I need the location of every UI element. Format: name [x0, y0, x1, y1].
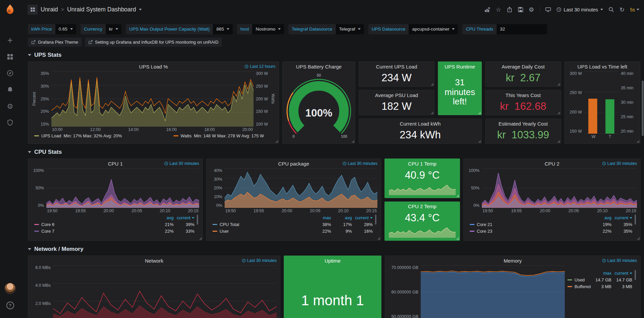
variable-host: host Nostromo: [237, 24, 284, 34]
clock-icon: [242, 259, 246, 263]
user-avatar[interactable]: [4, 283, 16, 294]
panel-ups-load: UPS Load % Last 12 hours Percent 35%30%2…: [28, 61, 279, 144]
legend-row[interactable]: User22%9%16%: [213, 228, 373, 234]
caret-down-icon: [227, 28, 229, 30]
create-icon[interactable]: +: [6, 37, 14, 44]
panel-estimated-yearly-cost: Estimated Yearly Cost kr 1033.99: [485, 119, 561, 144]
breadcrumb-separator: >: [61, 7, 64, 13]
chart-plot[interactable]: [53, 265, 277, 318]
dashboard-link[interactable]: Setting up Grafana and InfluxDB for UPS …: [85, 38, 222, 47]
resize-handle[interactable]: [351, 140, 354, 143]
dashboard-link[interactable]: Grafana Plex Theme: [28, 38, 82, 47]
legend-row[interactable]: Buffered3 MB3 MB: [567, 283, 632, 290]
admin-shield-icon[interactable]: [6, 119, 14, 126]
resize-handle[interactable]: [430, 111, 433, 114]
chevron-down-icon[interactable]: [139, 9, 142, 10]
share-button[interactable]: [507, 7, 512, 12]
dashboards-icon[interactable]: [6, 53, 14, 60]
configuration-gear-icon[interactable]: ⚙: [6, 102, 14, 110]
resize-handle[interactable]: [557, 140, 560, 143]
y-axis-left: 35%30%25%20%15%: [37, 71, 51, 127]
chart-plot[interactable]: [421, 265, 565, 318]
legend-scrollbar[interactable]: [197, 215, 198, 225]
chart-plot[interactable]: [482, 168, 637, 208]
alerting-bell-icon[interactable]: [6, 86, 14, 93]
section-ups-stats[interactable]: UPS Stats: [28, 47, 641, 61]
y-axis-left: 300 W250 W200 W150 W: [568, 71, 584, 134]
y-axis-title-right: Watts: [270, 71, 275, 127]
resize-handle[interactable]: [199, 237, 202, 240]
resize-handle[interactable]: [456, 194, 459, 197]
resize-handle[interactable]: [456, 237, 459, 240]
legend-item[interactable]: UPS LoadMin: 17% Max: 32% Avg: 20%: [34, 133, 122, 138]
legend-header: maxavgcurrent: [213, 214, 373, 221]
refresh-button[interactable]: ↻: [619, 7, 625, 13]
y-axis-left: 6.0 MBs4.0 MBs2.0 MBs: [32, 265, 53, 318]
resize-handle[interactable]: [478, 111, 481, 114]
panel-cpu-package: CPU package Last 30 minutes 40%30%20%10%…: [206, 158, 381, 241]
panel-cpu1-temp: CPU 1 Temp 40.9 °C: [384, 158, 460, 198]
cpu-threads-input[interactable]: [497, 24, 547, 34]
legend-row[interactable]: CPU Total38%17%28%: [213, 221, 373, 228]
chart-plot[interactable]: [584, 71, 618, 134]
legend-item[interactable]: WattsMin: 148 W Max: 278 W Avg: 175 W: [174, 133, 264, 138]
section-cpu-stats[interactable]: CPU Stats: [28, 144, 641, 158]
zoom-out-button[interactable]: [608, 7, 614, 12]
stat-value: 43.4 °C: [388, 211, 456, 225]
chart-plot[interactable]: [46, 168, 199, 208]
legend-row[interactable]: Core 2322%35%: [470, 228, 632, 234]
resize-handle[interactable]: [557, 111, 560, 114]
panel-uptime: Uptime 1 month 1: [284, 256, 381, 318]
refresh-interval-dropdown[interactable]: 5s: [630, 7, 639, 12]
chart-plot[interactable]: [225, 168, 377, 208]
resize-handle[interactable]: [637, 237, 640, 240]
chevron-down-icon: [28, 248, 31, 250]
variable-value-dropdown[interactable]: Telegraf: [336, 24, 364, 34]
clock-icon: [602, 162, 606, 166]
variable-value-dropdown[interactable]: kr: [106, 24, 122, 34]
dashboard-settings-button[interactable]: ⚙: [529, 7, 534, 13]
explore-compass-icon[interactable]: [6, 70, 14, 77]
breadcrumb-app[interactable]: Unraid: [41, 6, 58, 13]
ups-stat-grid: Current UPS Load 234 W UPS Runtime 31 mi…: [359, 61, 482, 144]
variable-value-dropdown[interactable]: apcupsd-container: [409, 24, 458, 34]
resize-handle[interactable]: [377, 237, 380, 240]
legend-row[interactable]: Core 722%33%: [34, 228, 194, 234]
variable-value-dropdown[interactable]: 0.65: [55, 24, 76, 34]
ups-stats-row: UPS Load % Last 12 hours Percent 35%30%2…: [28, 61, 641, 144]
tv-mode-button[interactable]: [545, 7, 551, 12]
legend-table: avgcurrent Core 2119%35% Core 2322%35%: [467, 213, 637, 234]
page-scrollbar[interactable]: [642, 81, 644, 136]
star-button[interactable]: ☆: [496, 7, 501, 13]
variable-value-dropdown[interactable]: Nostromo: [252, 24, 284, 34]
panel-average-psu-load: Average PSU Load 182 W: [359, 90, 434, 115]
resize-handle[interactable]: [636, 140, 639, 143]
legend-scrollbar[interactable]: [635, 215, 636, 225]
legend-row[interactable]: Core 2119%35%: [470, 221, 632, 228]
resize-handle[interactable]: [478, 140, 481, 143]
help-icon[interactable]: ?: [6, 302, 14, 309]
add-panel-button[interactable]: [485, 7, 490, 12]
stat-value: 182 W: [362, 100, 431, 113]
y-axis-left: 100%50%0%: [467, 168, 482, 208]
stat-value: kr 2.67: [489, 71, 557, 84]
dashboard-grid-icon[interactable]: [28, 5, 38, 15]
chart-plot[interactable]: [51, 71, 254, 127]
grafana-logo[interactable]: [4, 4, 16, 16]
resize-handle[interactable]: [275, 140, 278, 143]
legend-scrollbar[interactable]: [375, 215, 376, 225]
template-variables-row: kWh Price 0.65 Currency kr UPS Max Outpu…: [28, 24, 641, 34]
variable-kwh-price: kWh Price 0.65: [28, 24, 76, 34]
legend-row[interactable]: Used14.7 GB14.7 GB: [567, 276, 632, 283]
legend-header: avgcurrent: [470, 214, 632, 221]
page-title[interactable]: Unraid System Dashboard: [67, 6, 136, 13]
legend-row[interactable]: Core 621%39%: [34, 221, 194, 228]
legend-scrollbar[interactable]: [635, 270, 636, 280]
time-range-picker[interactable]: Last 30 minutes: [556, 7, 603, 12]
variable-value-dropdown[interactable]: 865: [213, 24, 233, 34]
resize-handle[interactable]: [430, 83, 433, 86]
save-button[interactable]: [518, 7, 523, 12]
section-network-memory[interactable]: Network / Memory: [28, 241, 641, 256]
cost-stat-column: Average Daily Cost kr 2.67 This Years Co…: [485, 61, 561, 144]
resize-handle[interactable]: [557, 83, 560, 86]
